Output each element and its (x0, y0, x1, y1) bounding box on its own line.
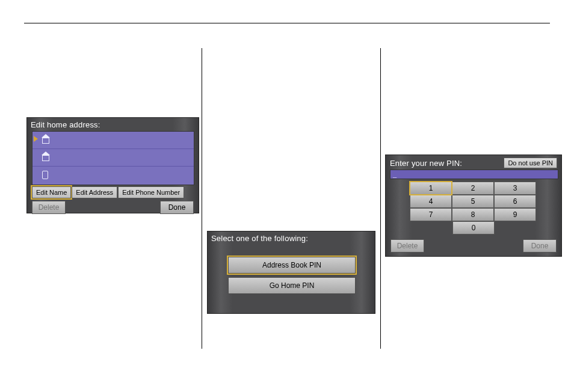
address-list (32, 131, 194, 185)
list-item[interactable] (32, 167, 194, 184)
keypad-7[interactable]: 7 (410, 208, 452, 221)
pointer-icon (34, 136, 38, 142)
list-item[interactable] (32, 132, 194, 149)
home-icon (41, 135, 51, 144)
done-button[interactable]: Done (160, 201, 194, 214)
phone-icon (41, 170, 51, 179)
enter-pin-screen: Enter your new PIN: Do not use PIN _ 1 2… (385, 155, 562, 257)
keypad-2[interactable]: 2 (452, 182, 494, 195)
list-item[interactable] (32, 149, 194, 167)
delete-button[interactable]: Delete (32, 201, 66, 214)
column-divider (380, 48, 381, 349)
select-pin-type-screen: Select one of the following: Address Boo… (207, 231, 375, 314)
screen-title: Edit home address: (27, 118, 199, 131)
horizontal-rule (24, 23, 550, 23)
done-button[interactable]: Done (523, 239, 557, 253)
column-divider (202, 48, 202, 349)
tab-row: Edit Name Edit Address Edit Phone Number (32, 186, 185, 198)
address-book-pin-button[interactable]: Address Book PIN (228, 257, 356, 274)
edit-name-tab[interactable]: Edit Name (32, 186, 71, 198)
keypad-3[interactable]: 3 (494, 182, 536, 195)
keypad-9[interactable]: 9 (494, 208, 536, 221)
edit-phone-tab[interactable]: Edit Phone Number (118, 186, 184, 198)
keypad-1[interactable]: 1 (410, 182, 452, 195)
numeric-keypad: 1 2 3 4 5 6 7 8 9 0 (410, 182, 537, 234)
pin-input[interactable]: _ (390, 170, 558, 179)
keypad-5[interactable]: 5 (452, 195, 494, 208)
do-not-use-pin-button[interactable]: Do not use PIN (504, 158, 557, 168)
delete-button[interactable]: Delete (390, 239, 424, 253)
screen-title: Enter your new PIN: (390, 159, 462, 168)
home-icon (41, 153, 51, 161)
keypad-4[interactable]: 4 (410, 195, 452, 208)
screen-title: Select one of the following: (208, 231, 375, 245)
keypad-8[interactable]: 8 (452, 208, 494, 221)
edit-home-address-screen: Edit home address: Edit Name Edit Addres… (26, 117, 199, 213)
edit-address-tab[interactable]: Edit Address (72, 186, 117, 198)
keypad-6[interactable]: 6 (494, 195, 536, 208)
go-home-pin-button[interactable]: Go Home PIN (228, 277, 356, 294)
keypad-0[interactable]: 0 (452, 221, 495, 234)
